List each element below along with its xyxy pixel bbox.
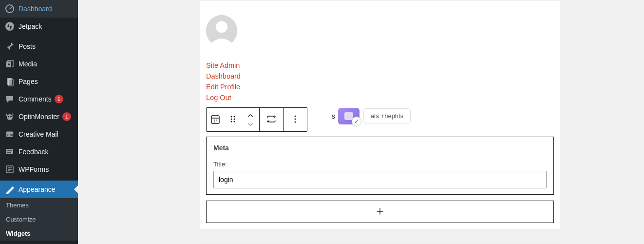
svg-point-7 — [8, 116, 9, 118]
block-type-button[interactable] — [207, 108, 224, 131]
drag-icon — [228, 114, 238, 125]
move-up-button[interactable] — [242, 111, 259, 120]
optinmonster-badge: 1 — [62, 112, 71, 121]
comments-badge: 1 — [55, 95, 63, 103]
admin-sidebar: Dashboard Jetpack Posts Media Pages — [0, 0, 78, 244]
submenu-item-widgets[interactable]: Widgets — [0, 226, 78, 241]
check-circle-icon: ✓ — [352, 117, 361, 126]
sidebar-label: Media — [19, 60, 37, 68]
suggestion-pill-text: ats +hephts — [371, 112, 404, 120]
media-icon — [5, 59, 15, 69]
svg-text:CM: CM — [7, 133, 13, 137]
meta-widget-block[interactable]: Meta Title: — [206, 137, 554, 195]
widget-type-icon — [209, 113, 221, 126]
sidebar-label: Posts — [19, 42, 36, 50]
svg-point-17 — [234, 116, 235, 117]
block-options-button[interactable] — [284, 108, 307, 131]
sidebar-item-optinmonster[interactable]: OptinMonster 1 — [0, 108, 78, 125]
sidebar-label: Creative Mail — [19, 130, 58, 138]
link-site-admin[interactable]: Site Admin — [206, 60, 554, 71]
sidebar-item-media[interactable]: Media — [0, 55, 78, 73]
svg-point-18 — [231, 118, 232, 120]
floaty-s-text: s — [332, 112, 335, 120]
dashboard-icon — [5, 4, 15, 14]
transform-to-widget-button[interactable] — [260, 108, 283, 131]
appearance-icon — [5, 184, 15, 194]
pages-icon — [5, 77, 15, 86]
block-heading: Meta — [213, 144, 547, 152]
transform-icon — [265, 113, 277, 126]
block-appender-button[interactable] — [206, 201, 554, 223]
title-input[interactable] — [213, 171, 547, 188]
optinmonster-icon — [5, 112, 15, 122]
sidebar-label: Appearance — [19, 185, 56, 193]
comment-icon — [5, 94, 15, 104]
svg-point-1 — [5, 22, 14, 31]
chevron-up-icon — [247, 112, 254, 119]
sidebar-item-appearance[interactable]: Appearance — [0, 181, 78, 198]
suggestion-pill[interactable]: ats +hephts — [363, 108, 411, 123]
drag-handle-button[interactable] — [224, 108, 242, 131]
title-label: Title: — [213, 161, 547, 168]
sidebar-label: Jetpack — [19, 22, 42, 30]
svg-point-3 — [8, 63, 10, 65]
svg-point-8 — [10, 116, 12, 118]
svg-point-19 — [234, 118, 235, 120]
sidebar-item-posts[interactable]: Posts — [0, 38, 78, 55]
link-edit-profile[interactable]: Edit Profile — [206, 81, 554, 92]
sidebar-label: OptinMonster — [19, 113, 59, 121]
appearance-submenu: Themes Customize Widgets — [0, 198, 78, 241]
sidebar-item-pages[interactable]: Pages — [0, 73, 78, 90]
svg-point-23 — [295, 118, 296, 120]
sidebar-label: Feedback — [19, 148, 48, 156]
jetpack-icon — [5, 21, 15, 31]
svg-point-6 — [7, 114, 13, 120]
svg-point-24 — [295, 121, 296, 122]
sidebar-item-jetpack[interactable]: Jetpack — [0, 18, 78, 35]
sidebar-item-comments[interactable]: Comments 1 — [0, 90, 78, 108]
widget-area: Site Admin Dashboard Edit Profile Log Ou… — [200, 0, 560, 229]
chevron-down-icon — [247, 121, 254, 128]
sidebar-item-creativemail[interactable]: CM Creative Mail — [0, 125, 78, 143]
avatar — [206, 15, 237, 46]
suggestion-badge-icon[interactable]: ✓ — [338, 108, 360, 124]
creativemail-icon: CM — [5, 129, 15, 139]
sidebar-label: Comments — [19, 95, 52, 103]
block-toolbar — [206, 107, 307, 132]
floating-suggestion: s ✓ ats +hephts — [332, 108, 411, 124]
move-down-button[interactable] — [242, 120, 259, 128]
svg-point-21 — [234, 121, 235, 122]
sidebar-label: Pages — [19, 78, 38, 85]
more-vertical-icon — [290, 114, 300, 125]
sidebar-item-wpforms[interactable]: WPForms — [0, 161, 78, 178]
submenu-item-themes[interactable]: Themes — [0, 198, 78, 212]
link-dashboard[interactable]: Dashboard — [206, 71, 554, 81]
sidebar-item-feedback[interactable]: Feedback — [0, 143, 78, 161]
feedback-icon — [5, 147, 15, 157]
plus-icon — [375, 206, 385, 218]
sidebar-label: Dashboard — [19, 5, 52, 13]
meta-links-list: Site Admin Dashboard Edit Profile Log Ou… — [206, 60, 554, 103]
svg-rect-11 — [6, 149, 13, 154]
svg-rect-15 — [211, 116, 219, 123]
wpforms-icon — [5, 164, 15, 174]
sidebar-label: WPForms — [19, 165, 49, 173]
main-content: Site Admin Dashboard Edit Profile Log Ou… — [78, 0, 644, 244]
svg-point-14 — [216, 21, 227, 33]
svg-rect-25 — [344, 112, 353, 120]
svg-point-22 — [295, 115, 296, 117]
link-log-out[interactable]: Log Out — [206, 92, 554, 103]
sidebar-item-dashboard[interactable]: Dashboard — [0, 0, 78, 18]
svg-point-20 — [231, 121, 232, 122]
svg-point-16 — [231, 116, 232, 117]
pin-icon — [5, 41, 15, 51]
submenu-item-customize[interactable]: Customize — [0, 212, 78, 226]
